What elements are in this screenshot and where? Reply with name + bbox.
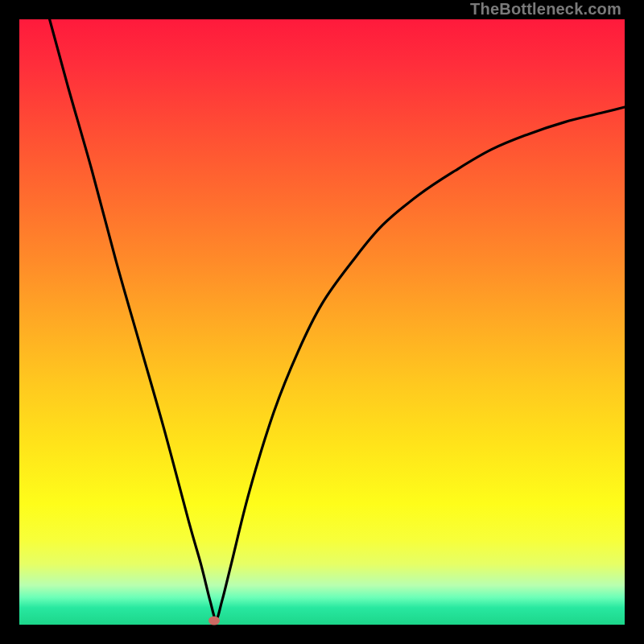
chart-frame: TheBottleneck.com (0, 0, 644, 644)
plot-area (19, 19, 625, 625)
curve-line (50, 19, 625, 618)
watermark-text: TheBottleneck.com (470, 0, 621, 19)
minimum-marker (208, 616, 220, 625)
bottleneck-curve (19, 19, 625, 625)
